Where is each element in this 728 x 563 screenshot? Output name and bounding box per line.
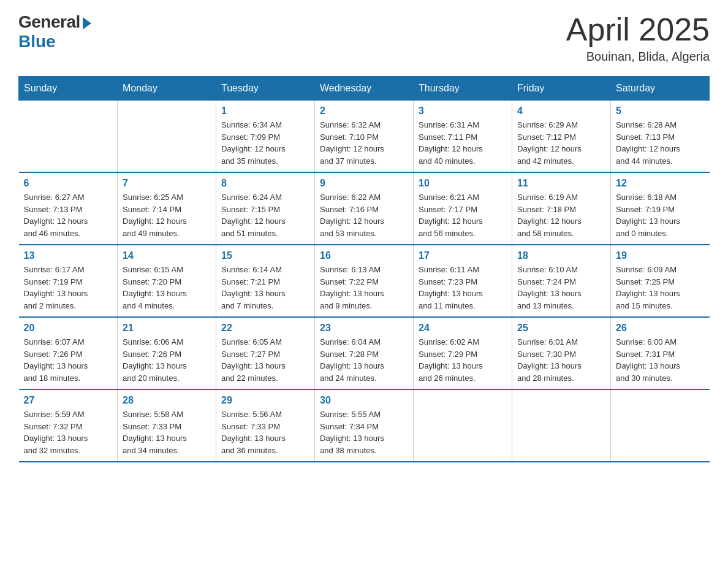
calendar-cell — [118, 101, 216, 173]
calendar-cell: 16Sunrise: 6:13 AM Sunset: 7:22 PM Dayli… — [315, 245, 414, 317]
calendar-cell: 28Sunrise: 5:58 AM Sunset: 7:33 PM Dayli… — [118, 389, 216, 462]
day-number: 2 — [320, 105, 408, 117]
day-number: 20 — [24, 323, 113, 334]
calendar-week-row: 6Sunrise: 6:27 AM Sunset: 7:13 PM Daylig… — [19, 172, 710, 245]
calendar-cell: 20Sunrise: 6:07 AM Sunset: 7:26 PM Dayli… — [19, 317, 118, 389]
day-number: 30 — [320, 395, 408, 406]
day-info: Sunrise: 6:22 AM Sunset: 7:16 PM Dayligh… — [320, 191, 408, 239]
day-info: Sunrise: 6:00 AM Sunset: 7:31 PM Dayligh… — [616, 336, 705, 384]
day-number: 6 — [24, 178, 113, 189]
calendar-cell: 3Sunrise: 6:31 AM Sunset: 7:11 PM Daylig… — [414, 101, 512, 173]
day-info: Sunrise: 5:56 AM Sunset: 7:33 PM Dayligh… — [221, 408, 309, 456]
day-number: 25 — [517, 323, 605, 334]
calendar-cell: 23Sunrise: 6:04 AM Sunset: 7:28 PM Dayli… — [315, 317, 414, 389]
day-info: Sunrise: 6:07 AM Sunset: 7:26 PM Dayligh… — [24, 336, 113, 384]
calendar-cell: 18Sunrise: 6:10 AM Sunset: 7:24 PM Dayli… — [512, 245, 611, 317]
day-info: Sunrise: 6:19 AM Sunset: 7:18 PM Dayligh… — [517, 191, 605, 239]
day-info: Sunrise: 6:02 AM Sunset: 7:29 PM Dayligh… — [419, 336, 507, 384]
day-info: Sunrise: 6:14 AM Sunset: 7:21 PM Dayligh… — [221, 264, 309, 312]
logo-general-text: General — [18, 12, 80, 32]
calendar-cell — [611, 389, 710, 462]
day-info: Sunrise: 5:58 AM Sunset: 7:33 PM Dayligh… — [123, 408, 211, 456]
day-number: 21 — [123, 323, 211, 334]
weekday-header-wednesday: Wednesday — [315, 77, 414, 101]
calendar-cell: 13Sunrise: 6:17 AM Sunset: 7:19 PM Dayli… — [19, 245, 118, 317]
day-number: 24 — [419, 323, 507, 334]
logo-arrow-icon — [83, 17, 91, 29]
calendar-cell: 27Sunrise: 5:59 AM Sunset: 7:32 PM Dayli… — [19, 389, 118, 462]
day-info: Sunrise: 5:55 AM Sunset: 7:34 PM Dayligh… — [320, 408, 408, 456]
day-info: Sunrise: 6:15 AM Sunset: 7:20 PM Dayligh… — [123, 264, 211, 312]
day-number: 15 — [221, 250, 309, 261]
weekday-header-tuesday: Tuesday — [216, 77, 315, 101]
calendar-cell: 1Sunrise: 6:34 AM Sunset: 7:09 PM Daylig… — [216, 101, 315, 173]
calendar-cell: 9Sunrise: 6:22 AM Sunset: 7:16 PM Daylig… — [315, 172, 414, 245]
calendar-cell: 6Sunrise: 6:27 AM Sunset: 7:13 PM Daylig… — [19, 172, 118, 245]
day-info: Sunrise: 6:01 AM Sunset: 7:30 PM Dayligh… — [517, 336, 605, 384]
calendar-week-row: 1Sunrise: 6:34 AM Sunset: 7:09 PM Daylig… — [19, 101, 710, 173]
day-info: Sunrise: 6:13 AM Sunset: 7:22 PM Dayligh… — [320, 264, 408, 312]
calendar-cell: 5Sunrise: 6:28 AM Sunset: 7:13 PM Daylig… — [611, 101, 710, 173]
day-number: 7 — [123, 178, 211, 189]
day-info: Sunrise: 6:05 AM Sunset: 7:27 PM Dayligh… — [221, 336, 309, 384]
day-number: 26 — [616, 323, 705, 334]
day-number: 19 — [616, 250, 705, 261]
day-number: 17 — [419, 250, 507, 261]
day-number: 10 — [419, 178, 507, 189]
day-number: 11 — [517, 178, 605, 189]
logo-blue-text: Blue — [18, 32, 56, 52]
calendar-cell: 25Sunrise: 6:01 AM Sunset: 7:30 PM Dayli… — [512, 317, 611, 389]
logo: General Blue — [18, 12, 91, 52]
day-number: 9 — [320, 178, 408, 189]
day-number: 5 — [616, 105, 705, 117]
calendar-cell: 11Sunrise: 6:19 AM Sunset: 7:18 PM Dayli… — [512, 172, 611, 245]
day-info: Sunrise: 6:32 AM Sunset: 7:10 PM Dayligh… — [320, 119, 408, 167]
calendar-table: SundayMondayTuesdayWednesdayThursdayFrid… — [18, 76, 710, 462]
calendar-cell: 10Sunrise: 6:21 AM Sunset: 7:17 PM Dayli… — [414, 172, 512, 245]
day-info: Sunrise: 6:17 AM Sunset: 7:19 PM Dayligh… — [24, 264, 113, 312]
day-info: Sunrise: 6:10 AM Sunset: 7:24 PM Dayligh… — [517, 264, 605, 312]
day-number: 13 — [24, 250, 113, 261]
day-info: Sunrise: 6:04 AM Sunset: 7:28 PM Dayligh… — [320, 336, 408, 384]
calendar-cell: 22Sunrise: 6:05 AM Sunset: 7:27 PM Dayli… — [216, 317, 315, 389]
calendar-cell: 15Sunrise: 6:14 AM Sunset: 7:21 PM Dayli… — [216, 245, 315, 317]
location-title: Bouinan, Blida, Algeria — [566, 50, 710, 64]
day-info: Sunrise: 6:31 AM Sunset: 7:11 PM Dayligh… — [419, 119, 507, 167]
calendar-cell: 8Sunrise: 6:24 AM Sunset: 7:15 PM Daylig… — [216, 172, 315, 245]
calendar-cell: 30Sunrise: 5:55 AM Sunset: 7:34 PM Dayli… — [315, 389, 414, 462]
day-number: 8 — [221, 178, 309, 189]
day-info: Sunrise: 6:29 AM Sunset: 7:12 PM Dayligh… — [517, 119, 605, 167]
weekday-header-sunday: Sunday — [19, 77, 118, 101]
calendar-cell: 14Sunrise: 6:15 AM Sunset: 7:20 PM Dayli… — [118, 245, 216, 317]
calendar-cell: 4Sunrise: 6:29 AM Sunset: 7:12 PM Daylig… — [512, 101, 611, 173]
day-number: 1 — [221, 105, 309, 117]
day-number: 27 — [24, 395, 113, 406]
day-info: Sunrise: 6:25 AM Sunset: 7:14 PM Dayligh… — [123, 191, 211, 239]
calendar-cell: 19Sunrise: 6:09 AM Sunset: 7:25 PM Dayli… — [611, 245, 710, 317]
day-info: Sunrise: 6:34 AM Sunset: 7:09 PM Dayligh… — [221, 119, 309, 167]
calendar-cell: 12Sunrise: 6:18 AM Sunset: 7:19 PM Dayli… — [611, 172, 710, 245]
weekday-header-friday: Friday — [512, 77, 611, 101]
day-info: Sunrise: 5:59 AM Sunset: 7:32 PM Dayligh… — [24, 408, 113, 456]
day-number: 16 — [320, 250, 408, 261]
day-number: 28 — [123, 395, 211, 406]
day-info: Sunrise: 6:06 AM Sunset: 7:26 PM Dayligh… — [123, 336, 211, 384]
calendar-cell — [414, 389, 512, 462]
day-info: Sunrise: 6:18 AM Sunset: 7:19 PM Dayligh… — [616, 191, 705, 239]
calendar-cell: 26Sunrise: 6:00 AM Sunset: 7:31 PM Dayli… — [611, 317, 710, 389]
day-number: 18 — [517, 250, 605, 261]
day-number: 22 — [221, 323, 309, 334]
weekday-header-thursday: Thursday — [414, 77, 512, 101]
day-number: 12 — [616, 178, 705, 189]
calendar-cell: 7Sunrise: 6:25 AM Sunset: 7:14 PM Daylig… — [118, 172, 216, 245]
calendar-week-row: 20Sunrise: 6:07 AM Sunset: 7:26 PM Dayli… — [19, 317, 710, 389]
title-block: April 2025 Bouinan, Blida, Algeria — [566, 12, 710, 64]
calendar-header-row: SundayMondayTuesdayWednesdayThursdayFrid… — [19, 77, 710, 101]
calendar-cell: 29Sunrise: 5:56 AM Sunset: 7:33 PM Dayli… — [216, 389, 315, 462]
page-header: General Blue April 2025 Bouinan, Blida, … — [18, 12, 710, 64]
calendar-week-row: 13Sunrise: 6:17 AM Sunset: 7:19 PM Dayli… — [19, 245, 710, 317]
day-number: 23 — [320, 323, 408, 334]
day-info: Sunrise: 6:21 AM Sunset: 7:17 PM Dayligh… — [419, 191, 507, 239]
day-info: Sunrise: 6:09 AM Sunset: 7:25 PM Dayligh… — [616, 264, 705, 312]
calendar-cell: 2Sunrise: 6:32 AM Sunset: 7:10 PM Daylig… — [315, 101, 414, 173]
